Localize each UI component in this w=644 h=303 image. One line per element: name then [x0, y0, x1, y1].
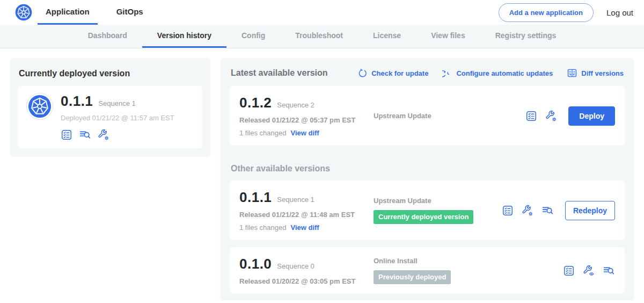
available-versions-panel: Latest available version Check for updat…: [220, 58, 634, 300]
version-sequence: Sequence 0: [277, 262, 314, 270]
deployed-timestamp: Deployed 01/21/22 @ 11:57 am EST: [61, 114, 174, 122]
version-source: Upstream Update: [374, 197, 502, 205]
subnav-view-files[interactable]: View files: [416, 25, 480, 48]
version-source: Upstream Update: [374, 112, 525, 120]
edit-config-icon[interactable]: [98, 129, 109, 141]
add-new-application-button[interactable]: Add a new application: [499, 3, 594, 22]
preflight-checks-icon[interactable]: [502, 205, 514, 217]
currently-deployed-version: 0.1.1 Sequence 1 Deployed 01/21/22 @ 11:…: [18, 86, 202, 148]
configure-automatic-updates-link[interactable]: Configure automatic updates: [442, 68, 553, 78]
tab-application[interactable]: Application: [38, 0, 98, 25]
preflight-checks-icon[interactable]: [563, 265, 575, 277]
preflight-checks-icon[interactable]: [61, 129, 72, 141]
subnav-registry-settings[interactable]: Registry settings: [480, 25, 572, 48]
tab-gitops-label: GitOps: [116, 7, 143, 16]
top-nav: Application GitOps Add a new application…: [0, 0, 644, 25]
tab-gitops[interactable]: GitOps: [108, 0, 151, 25]
files-changed-label: 1 files changed: [239, 223, 286, 232]
diff-versions-icon: [567, 68, 577, 78]
subnav-license[interactable]: License: [358, 25, 416, 48]
version-sequence: Sequence 1: [277, 196, 314, 204]
view-diff-link[interactable]: View diff: [290, 129, 319, 137]
version-number: 0.1.1: [239, 189, 272, 206]
version-history-page: Currently deployed version 0.1.1 Sequenc…: [0, 48, 644, 303]
schedule-update-icon: [442, 68, 452, 78]
version-sequence: Sequence 2: [277, 101, 314, 109]
subnav-troubleshoot[interactable]: Troubleshoot: [280, 25, 358, 48]
version-row-0-1-1: 0.1.1 Sequence 1 Released 01/21/22 @ 11:…: [230, 181, 625, 240]
released-timestamp: Released 01/21/22 @ 05:37 pm EST: [239, 116, 374, 124]
currently-deployed-badge: Currently deployed version: [374, 210, 473, 224]
diff-versions-link[interactable]: Diff versions: [567, 68, 624, 78]
check-for-update-link[interactable]: Check for update: [357, 68, 428, 78]
version-row-0-1-2: 0.1.2 Sequence 2 Released 01/21/22 @ 05:…: [230, 86, 625, 146]
view-diff-link[interactable]: View diff: [290, 223, 319, 232]
files-changed-label: 1 files changed: [239, 129, 286, 137]
other-available-header: Other available versions: [231, 164, 624, 174]
logout-link[interactable]: Log out: [606, 8, 633, 17]
kubernetes-logo-icon: [15, 4, 32, 21]
kubernetes-app-icon: [26, 93, 53, 120]
version-source: Online Install: [374, 257, 563, 265]
deploy-button[interactable]: Deploy: [568, 106, 615, 126]
app-tabs: Application GitOps: [38, 0, 151, 25]
view-config-icon[interactable]: [583, 265, 595, 277]
preflight-checks-icon[interactable]: [525, 110, 537, 122]
subnav-dashboard[interactable]: Dashboard: [73, 25, 142, 48]
view-logs-icon[interactable]: [79, 128, 91, 141]
refresh-icon: [357, 68, 368, 78]
tab-application-label: Application: [46, 7, 90, 16]
redeploy-button[interactable]: Redeploy: [565, 201, 615, 220]
currently-deployed-card: Currently deployed version 0.1.1 Sequenc…: [10, 58, 210, 157]
version-number: 0.1.0: [239, 256, 272, 272]
latest-available-header: Latest available version: [231, 68, 328, 78]
subnav-config[interactable]: Config: [226, 25, 280, 48]
view-logs-icon[interactable]: [541, 204, 554, 217]
edit-config-icon[interactable]: [522, 205, 533, 217]
currently-deployed-title: Currently deployed version: [19, 69, 201, 78]
edit-config-icon[interactable]: [545, 110, 557, 122]
subnav-version-history[interactable]: Version history: [142, 25, 226, 48]
version-number: 0.1.2: [239, 95, 272, 111]
deployed-version-number: 0.1.1: [61, 93, 93, 110]
app-subnav: Dashboard Version history Config Trouble…: [0, 25, 644, 48]
version-row-0-1-0: 0.1.0 Sequence 0 Released 01/20/22 @ 03:…: [230, 247, 625, 294]
view-logs-icon[interactable]: [603, 264, 615, 277]
previously-deployed-badge: Previously deployed: [374, 270, 451, 284]
released-timestamp: Released 01/20/22 @ 03:05 pm EST: [239, 277, 374, 285]
released-timestamp: Released 01/21/22 @ 11:48 am EST: [239, 211, 374, 219]
deployed-sequence: Sequence 1: [98, 99, 135, 107]
